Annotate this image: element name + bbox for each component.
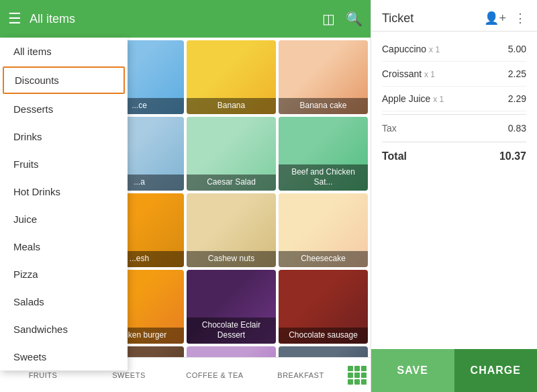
- ticket-item-price: 2.29: [508, 93, 526, 104]
- grid-item-label: Cashew nuts: [187, 251, 276, 267]
- charge-button[interactable]: CHARGE: [454, 349, 538, 392]
- ticket-total-row: Total 10.37: [382, 145, 526, 170]
- grid-item-label: Cheesecake: [279, 251, 368, 267]
- ticket-item-qty: x 1: [424, 70, 435, 79]
- ticket-item-croissant[interactable]: Croissant x 1 2.25: [382, 62, 526, 87]
- grid-item-label: Banana cake: [279, 98, 368, 114]
- grid-item-banana-cake[interactable]: Banana cake: [279, 40, 368, 114]
- ticket-item-price: 2.25: [508, 68, 526, 79]
- grid-item-beef-chicken[interactable]: Beef and Chicken Sat...: [279, 117, 368, 191]
- grid-item-label: Chocolate Eclair Dessert: [187, 317, 276, 344]
- grid-item-cake-straw[interactable]: Cake with strawberry: [279, 346, 368, 357]
- ticket-item-qty: x 1: [429, 45, 440, 54]
- header-title: All items: [30, 12, 314, 26]
- ticket-title: Ticket: [382, 11, 413, 26]
- grid-view-button[interactable]: [344, 366, 371, 385]
- grid-item-cashew[interactable]: Cashew nuts: [187, 193, 276, 267]
- search-icon[interactable]: 🔍: [346, 11, 362, 27]
- ticket-item-capuccino[interactable]: Capuccino x 1 5.00: [382, 37, 526, 62]
- dropdown-meals[interactable]: Meals: [0, 233, 128, 260]
- grid-item-cake[interactable]: Cake: [187, 346, 276, 357]
- dropdown-salads[interactable]: Salads: [0, 288, 128, 315]
- tab-breakfast[interactable]: BREAKFAST: [258, 366, 344, 385]
- save-button[interactable]: SAVE: [371, 349, 454, 392]
- grid-item-banana[interactable]: Banana: [187, 40, 276, 114]
- left-panel: ☰ All items ◫ 🔍 All items Discounts Dess…: [0, 0, 371, 392]
- menu-icon[interactable]: ☰: [8, 10, 21, 28]
- ticket-item-price: 5.00: [508, 44, 526, 54]
- dropdown-juice[interactable]: Juice: [0, 205, 128, 233]
- dropdown-drinks[interactable]: Drinks: [0, 123, 128, 150]
- ticket-item-apple-juice[interactable]: Apple Juice x 1 2.29: [382, 87, 526, 111]
- grid-item-caesar[interactable]: Caesar Salad: [187, 117, 276, 191]
- ticket-header-actions: 👤+ ⋮: [484, 11, 526, 26]
- dropdown-all-items[interactable]: All items: [0, 38, 128, 65]
- tab-coffee-tea[interactable]: COFFEE & TEA: [172, 366, 258, 385]
- dropdown-sweets[interactable]: Sweets: [0, 343, 128, 371]
- ticket-tax-value: 0.83: [508, 123, 526, 134]
- grid-item-label: Beef and Chicken Sat...: [279, 164, 368, 191]
- ticket-tax-label: Tax: [382, 123, 397, 134]
- dropdown-desserts[interactable]: Desserts: [0, 95, 128, 123]
- ticket-divider: [382, 114, 526, 115]
- ticket-item-qty: x 1: [433, 95, 444, 104]
- grid-layout-icon: [348, 366, 367, 385]
- grid-item-label: Caesar Salad: [187, 175, 276, 191]
- dropdown-hot-drinks[interactable]: Hot Drinks: [0, 178, 128, 205]
- grid-item-choc-sausage[interactable]: Chocolate sausage: [279, 270, 368, 344]
- ticket-divider-2: [382, 142, 526, 142]
- grid-item-label: Banana: [187, 98, 276, 114]
- header: ☰ All items ◫ 🔍: [0, 0, 371, 38]
- ticket-item-name: Apple Juice x 1: [382, 93, 444, 104]
- ticket-items-list: Capuccino x 1 5.00 Croissant x 1 2.25 Ap…: [371, 32, 537, 349]
- ticket-buttons: SAVE CHARGE: [371, 349, 537, 392]
- header-actions: ◫ 🔍: [322, 11, 362, 27]
- ticket-tax-row: Tax 0.83: [382, 117, 526, 139]
- barcode-scan-icon[interactable]: ◫: [322, 11, 335, 27]
- ticket-item-name: Capuccino x 1: [382, 44, 440, 54]
- dropdown-sandwiches[interactable]: Sandwiches: [0, 315, 128, 343]
- dropdown-discounts[interactable]: Discounts: [3, 66, 125, 94]
- dropdown-menu: All items Discounts Desserts Drinks Frui…: [0, 38, 128, 371]
- ticket-header: Ticket 👤+ ⋮: [371, 0, 537, 32]
- more-options-icon[interactable]: ⋮: [514, 11, 526, 26]
- ticket-total-value: 10.37: [499, 150, 526, 162]
- dropdown-pizza[interactable]: Pizza: [0, 260, 128, 288]
- dropdown-fruits[interactable]: Fruits: [0, 150, 128, 178]
- grid-item-label: Chocolate sausage: [279, 328, 368, 344]
- add-customer-icon[interactable]: 👤+: [484, 11, 506, 26]
- ticket-panel: Ticket 👤+ ⋮ Capuccino x 1 5.00 Croissant…: [371, 0, 537, 392]
- ticket-item-name: Croissant x 1: [382, 68, 435, 79]
- grid-item-choc-eclair[interactable]: Chocolate Eclair Dessert: [187, 270, 276, 344]
- ticket-total-label: Total: [382, 150, 407, 162]
- grid-item-cheesecake[interactable]: Cheesecake: [279, 193, 368, 267]
